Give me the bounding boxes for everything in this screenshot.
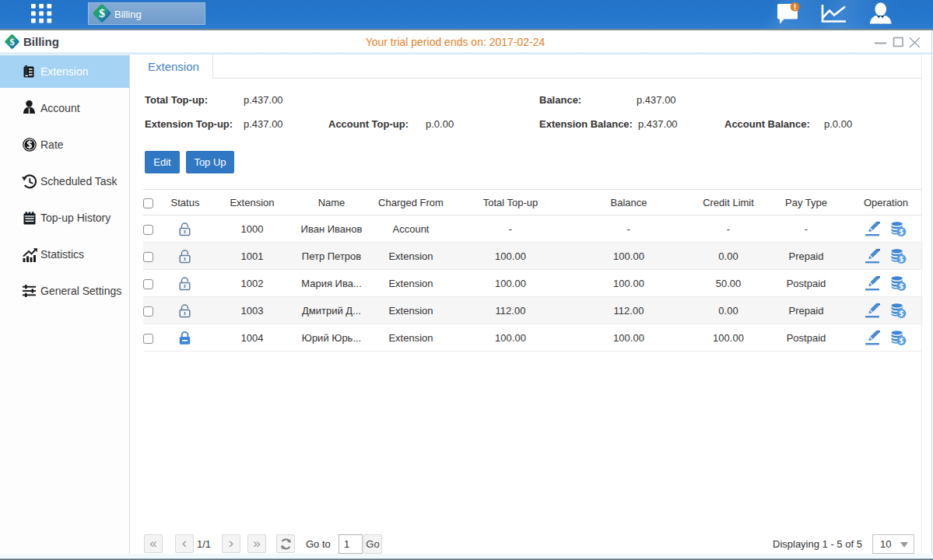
svg-text:$: $: [99, 6, 105, 19]
